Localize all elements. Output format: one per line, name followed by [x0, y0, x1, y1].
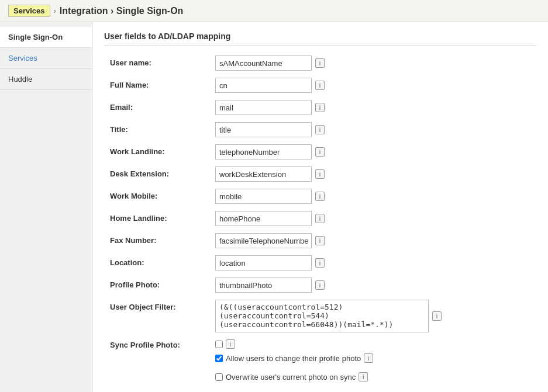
- field-label-email: Email:: [110, 100, 215, 112]
- field-control-location: i: [215, 255, 325, 270]
- field-control-fax: i: [215, 233, 325, 248]
- input-work-mobile[interactable]: [215, 189, 312, 204]
- overwrite-sync-label: Overwrite user's current photo on sync: [226, 373, 356, 381]
- field-label-desk-extension: Desk Extension:: [110, 166, 215, 178]
- sidebar-item-services[interactable]: Services: [0, 48, 92, 69]
- info-icon-fullname[interactable]: i: [315, 81, 325, 90]
- section-header: User fields to AD/LDAP mapping: [104, 32, 536, 46]
- field-label-username: User name:: [110, 55, 215, 67]
- info-icon-allow-change[interactable]: i: [364, 353, 373, 363]
- input-profile-photo[interactable]: [215, 277, 312, 293]
- input-fax[interactable]: [215, 233, 312, 248]
- field-row-fax: Fax Number: i: [104, 233, 536, 248]
- sidebar: Single Sign-On Services Huddle: [0, 22, 92, 392]
- services-badge[interactable]: Services: [8, 5, 50, 17]
- field-control-work-landline: i: [215, 144, 325, 159]
- info-icon-fax[interactable]: i: [315, 236, 325, 245]
- field-control-username: i: [215, 55, 325, 71]
- field-row-home-landline: Home Landline: i: [104, 211, 536, 226]
- checkbox-overwrite-sync[interactable]: [215, 373, 223, 381]
- field-control-profile-photo: i: [215, 277, 325, 293]
- field-row-email: Email: i: [104, 100, 536, 115]
- allow-change-row: Allow users to change their profile phot…: [215, 353, 373, 363]
- input-work-landline[interactable]: [215, 144, 312, 159]
- input-location[interactable]: [215, 255, 312, 270]
- field-label-profile-photo: Profile Photo:: [110, 277, 215, 289]
- field-row-user-object-filter: User Object Filter: (&((useraccountcontr…: [104, 300, 536, 332]
- field-control-desk-extension: i: [215, 166, 325, 182]
- field-label-fax: Fax Number:: [110, 233, 215, 245]
- input-username[interactable]: [215, 55, 312, 71]
- field-row-work-mobile: Work Mobile: i: [104, 189, 536, 204]
- breadcrumb-arrow: ›: [54, 6, 56, 15]
- info-icon-location[interactable]: i: [315, 258, 325, 268]
- sync-top-row: i: [215, 339, 373, 349]
- info-icon-profile-photo[interactable]: i: [315, 280, 325, 290]
- field-label-sync-profile-photo: Sync Profile Photo:: [110, 339, 215, 349]
- info-icon-title[interactable]: i: [315, 125, 325, 134]
- input-email[interactable]: [215, 100, 312, 115]
- field-label-home-landline: Home Landline:: [110, 211, 215, 223]
- field-label-work-landline: Work Landline:: [110, 144, 215, 156]
- field-label-fullname: Full Name:: [110, 78, 215, 89]
- field-control-title: i: [215, 122, 325, 137]
- field-label-user-object-filter: User Object Filter:: [110, 300, 215, 311]
- field-row-location: Location: i: [104, 255, 536, 270]
- info-icon-overwrite-sync[interactable]: i: [359, 372, 368, 381]
- field-row-fullname: Full Name: i: [104, 78, 536, 93]
- checkbox-sync-profile-photo[interactable]: [215, 341, 223, 348]
- field-control-email: i: [215, 100, 325, 115]
- field-control-home-landline: i: [215, 211, 325, 226]
- input-title[interactable]: [215, 122, 312, 137]
- field-row-sync-profile-photo: Sync Profile Photo: i Allow users to cha…: [104, 339, 536, 386]
- field-row-desk-extension: Desk Extension: i: [104, 166, 536, 182]
- input-desk-extension[interactable]: [215, 166, 312, 182]
- info-icon-email[interactable]: i: [315, 103, 325, 112]
- allow-change-label: Allow users to change their profile phot…: [226, 354, 361, 363]
- info-icon-work-mobile[interactable]: i: [315, 192, 325, 201]
- field-label-location: Location:: [110, 255, 215, 267]
- info-icon-user-object-filter[interactable]: i: [432, 311, 442, 321]
- info-icon-home-landline[interactable]: i: [315, 214, 325, 223]
- breadcrumb-title: Integration › Single Sign-On: [60, 6, 184, 16]
- checkbox-allow-change[interactable]: [215, 355, 223, 362]
- input-home-landline[interactable]: [215, 211, 312, 226]
- field-label-title: Title:: [110, 122, 215, 134]
- textarea-user-object-filter[interactable]: (&((useraccountcontrol=512)(useraccountc…: [215, 300, 429, 332]
- input-fullname[interactable]: [215, 78, 312, 93]
- field-row-title: Title: i: [104, 122, 536, 137]
- main-content: User fields to AD/LDAP mapping User name…: [92, 22, 548, 392]
- info-icon-desk-extension[interactable]: i: [315, 169, 325, 179]
- field-control-work-mobile: i: [215, 189, 325, 204]
- overwrite-sync-row: Overwrite user's current photo on sync i: [215, 372, 373, 381]
- info-icon-sync-profile-photo[interactable]: i: [226, 339, 235, 349]
- sidebar-item-huddle[interactable]: Huddle: [0, 69, 92, 90]
- info-icon-username[interactable]: i: [315, 58, 325, 68]
- field-control-user-object-filter: (&((useraccountcontrol=512)(useraccountc…: [215, 300, 442, 332]
- info-icon-work-landline[interactable]: i: [315, 147, 325, 157]
- field-row-work-landline: Work Landline: i: [104, 144, 536, 159]
- sync-controls: i Allow users to change their profile ph…: [215, 339, 373, 386]
- field-row-profile-photo: Profile Photo: i: [104, 277, 536, 293]
- field-control-fullname: i: [215, 78, 325, 93]
- top-bar: Services › Integration › Single Sign-On: [0, 0, 548, 22]
- field-row-username: User name: i: [104, 55, 536, 71]
- sidebar-item-single-sign-on[interactable]: Single Sign-On: [0, 27, 92, 48]
- field-label-work-mobile: Work Mobile:: [110, 189, 215, 200]
